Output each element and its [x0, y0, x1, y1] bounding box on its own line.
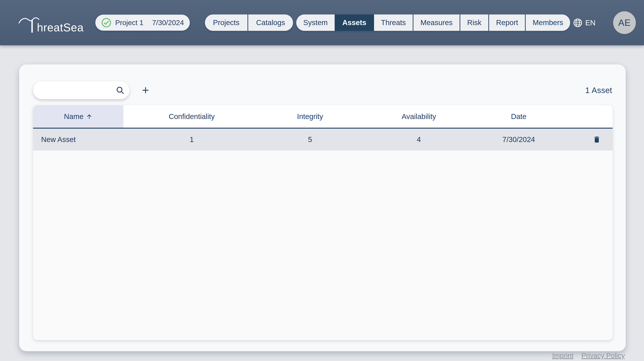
nav-tab-system[interactable]: System	[296, 14, 335, 31]
cell-confidentiality: 1	[124, 129, 260, 151]
project-date: 7/30/2024	[152, 19, 184, 27]
cell-integrity: 5	[260, 129, 360, 151]
app-logo[interactable]: hreatSea	[18, 13, 84, 33]
check-circle-icon	[101, 17, 111, 28]
assets-table: Name Confidentiality Integrity Availabil…	[33, 105, 613, 340]
column-header-date[interactable]: Date	[478, 105, 560, 128]
nav-tab-report[interactable]: Report	[488, 14, 525, 31]
page-footer: Imprint Privacy Policy	[552, 352, 625, 360]
nav-tab-projects[interactable]: Projects	[205, 14, 248, 31]
search-icon	[116, 86, 124, 95]
top-navbar: hreatSea Project 1 7/30/2024 Projects Ca…	[0, 0, 644, 45]
column-header-name[interactable]: Name	[33, 105, 124, 128]
column-label-name: Name	[64, 112, 84, 121]
table-header-row: Name Confidentiality Integrity Availabil…	[33, 105, 613, 129]
privacy-policy-link[interactable]: Privacy Policy	[582, 352, 625, 360]
plus-icon	[140, 85, 150, 95]
add-asset-button[interactable]	[138, 83, 153, 98]
globe-icon	[573, 18, 582, 27]
cell-actions	[560, 129, 613, 151]
asset-count: 1 Asset	[585, 85, 612, 95]
project-nav-group: System Assets Threats Measures Risk Repo…	[296, 14, 570, 31]
search-box	[33, 81, 130, 99]
project-name: Project 1	[115, 19, 144, 27]
table-row[interactable]: New Asset 1 5 4 7/30/2024	[33, 129, 613, 151]
language-code: EN	[585, 19, 595, 27]
column-header-actions	[560, 105, 613, 128]
cell-availability: 4	[360, 129, 478, 151]
nav-tab-assets[interactable]: Assets	[335, 14, 373, 31]
logo-wave-icon	[18, 16, 40, 33]
cell-date: 7/30/2024	[478, 129, 560, 151]
brand-name: hreatSea	[37, 22, 84, 33]
language-switcher[interactable]: EN	[573, 17, 595, 29]
sort-arrow-up-icon	[86, 113, 92, 120]
assets-panel: 1 Asset Name Confidentiality Integrity A…	[19, 64, 626, 351]
column-header-integrity[interactable]: Integrity	[260, 105, 360, 128]
delete-asset-button[interactable]	[592, 134, 602, 145]
imprint-link[interactable]: Imprint	[552, 352, 574, 360]
user-avatar[interactable]: AE	[613, 11, 636, 34]
nav-tab-risk[interactable]: Risk	[460, 14, 488, 31]
project-badge[interactable]: Project 1 7/30/2024	[95, 15, 190, 31]
assets-toolbar: 1 Asset	[33, 81, 612, 99]
nav-tab-threats[interactable]: Threats	[373, 14, 413, 31]
search-input[interactable]	[40, 86, 116, 94]
cell-asset-name: New Asset	[33, 129, 124, 151]
column-header-confidentiality[interactable]: Confidentiality	[124, 105, 260, 128]
column-header-availability[interactable]: Availability	[360, 105, 478, 128]
nav-tab-catalogs[interactable]: Catalogs	[248, 14, 293, 31]
nav-tab-measures[interactable]: Measures	[413, 14, 460, 31]
trash-icon	[593, 136, 601, 144]
main-nav-group: Projects Catalogs	[205, 14, 293, 31]
nav-tab-members[interactable]: Members	[525, 14, 570, 31]
